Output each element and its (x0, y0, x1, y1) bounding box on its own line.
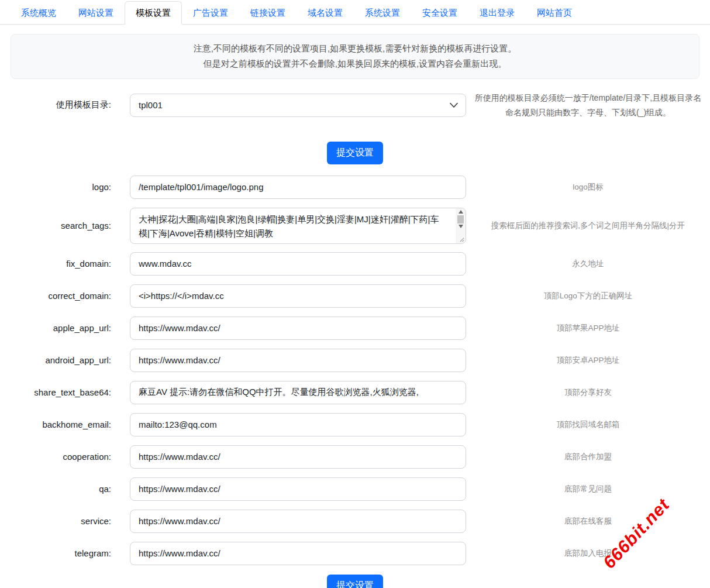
template-dir-label: 使用模板目录: (0, 99, 111, 111)
form-row-correct-domain: correct_domain: 顶部Logo下方的正确网址 (0, 284, 710, 308)
form-row-backhome-email: backhome_email: 顶部找回域名邮箱 (0, 413, 710, 436)
notice-line-1: 注意,不同的模板有不同的设置项目,如果更换模板,需要针对新换的模板再进行设置。 (20, 41, 690, 56)
form-row-service: service: 底部在线客服 (0, 510, 710, 533)
form-row-template-dir: 使用模板目录: tpl001 所使用的模板目录必须统一放于/template/目… (0, 91, 710, 120)
correct-domain-label: correct_domain: (0, 291, 111, 301)
apple-app-url-label: apple_app_url: (0, 323, 111, 333)
notice-box: 注意,不同的模板有不同的设置项目,如果更换模板,需要针对新换的模板再进行设置。 … (11, 34, 699, 79)
service-hint: 底部在线客服 (466, 514, 710, 528)
tab-link-settings[interactable]: 链接设置 (239, 1, 297, 25)
tab-ad-settings[interactable]: 广告设置 (182, 1, 239, 25)
tab-logout[interactable]: 退出登录 (468, 1, 526, 25)
submit-settings-button-top[interactable]: 提交设置 (327, 142, 383, 164)
tab-system-settings[interactable]: 系统设置 (354, 1, 411, 25)
form-row-share-text: share_text_base64: 顶部分享好友 (0, 381, 710, 404)
template-dir-hint: 所使用的模板目录必须统一放于/template/目录下,且模板目录名命名规则只能… (466, 91, 710, 120)
tab-site-home[interactable]: 网站首页 (526, 1, 583, 25)
android-app-url-label: android_app_url: (0, 355, 111, 365)
backhome-email-hint: 顶部找回域名邮箱 (466, 418, 710, 432)
search-tags-hint: 搜索框后面的推荐搜索词,多个词之间用半角分隔线|分开 (466, 219, 710, 233)
search-tags-textarea[interactable]: 大神|探花|大圈|高端|良家|泡良|绿帽|换妻|单男|交换|淫妻|MJ|迷奸|灌… (130, 208, 466, 244)
scroll-up-arrow-icon[interactable] (459, 210, 463, 214)
submit-settings-button-bottom[interactable]: 提交设置 (327, 575, 383, 588)
form-row-telegram: telegram: 底部加入电报 (0, 542, 710, 565)
apple-app-url-hint: 顶部苹果APP地址 (466, 321, 710, 335)
form-row-search-tags: search_tags: 大神|探花|大圈|高端|良家|泡良|绿帽|换妻|单男|… (0, 208, 710, 244)
telegram-input[interactable] (130, 542, 466, 565)
template-dir-select[interactable]: tpl001 (130, 94, 466, 117)
logo-input[interactable] (130, 176, 466, 199)
service-label: service: (0, 516, 111, 526)
scroll-down-arrow-icon[interactable] (459, 225, 463, 228)
scrollbar-thumb[interactable] (457, 215, 464, 223)
form-row-logo: logo: logo图标 (0, 176, 710, 199)
form-row-fix-domain: fix_domain: 永久地址 (0, 252, 710, 276)
service-input[interactable] (130, 510, 466, 533)
tab-site-settings[interactable]: 网站设置 (67, 1, 125, 25)
share-text-label: share_text_base64: (0, 387, 111, 397)
telegram-hint: 底部加入电报 (466, 546, 710, 561)
share-text-input[interactable] (130, 381, 466, 404)
cooperation-input[interactable] (130, 445, 466, 469)
form-row-apple-app-url: apple_app_url: 顶部苹果APP地址 (0, 317, 710, 340)
top-nav: 系统概览 网站设置 模板设置 广告设置 链接设置 域名设置 系统设置 安全设置 … (0, 0, 710, 25)
correct-domain-input[interactable] (130, 284, 466, 308)
logo-hint: logo图标 (466, 180, 710, 194)
form-row-cooperation: cooperation: 底部合作加盟 (0, 445, 710, 469)
backhome-email-label: backhome_email: (0, 419, 111, 429)
apple-app-url-input[interactable] (130, 317, 466, 340)
telegram-label: telegram: (0, 548, 111, 558)
android-app-url-hint: 顶部安卓APP地址 (466, 353, 710, 367)
fix-domain-hint: 永久地址 (466, 257, 710, 271)
fix-domain-label: fix_domain: (0, 259, 111, 269)
fix-domain-input[interactable] (130, 252, 466, 276)
qa-label: qa: (0, 484, 111, 494)
qa-input[interactable] (130, 477, 466, 501)
android-app-url-input[interactable] (130, 349, 466, 372)
logo-label: logo: (0, 182, 111, 192)
template-settings-form: 使用模板目录: tpl001 所使用的模板目录必须统一放于/template/目… (0, 91, 710, 588)
tab-domain-settings[interactable]: 域名设置 (297, 1, 354, 25)
qa-hint: 底部常见问题 (466, 482, 710, 496)
cooperation-label: cooperation: (0, 452, 111, 462)
form-row-android-app-url: android_app_url: 顶部安卓APP地址 (0, 349, 710, 372)
tab-template-settings[interactable]: 模板设置 (125, 1, 182, 25)
correct-domain-hint: 顶部Logo下方的正确网址 (466, 289, 710, 303)
backhome-email-input[interactable] (130, 413, 466, 436)
form-row-qa: qa: 底部常见问题 (0, 477, 710, 501)
textarea-scrollbar[interactable] (456, 208, 466, 243)
search-tags-label: search_tags: (0, 221, 111, 231)
share-text-hint: 顶部分享好友 (466, 386, 710, 400)
tab-system-overview[interactable]: 系统概览 (10, 1, 67, 25)
notice-line-2: 但是对之前模板的设置并不会删除,如果换回原来的模板,设置内容会重新出现。 (20, 56, 690, 71)
resize-grip-icon[interactable] (459, 237, 466, 243)
tab-security-settings[interactable]: 安全设置 (411, 1, 468, 25)
cooperation-hint: 底部合作加盟 (466, 450, 710, 464)
